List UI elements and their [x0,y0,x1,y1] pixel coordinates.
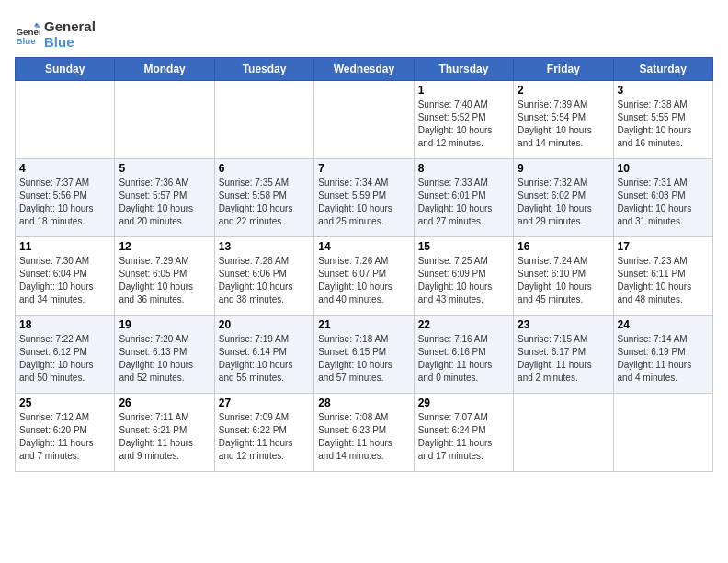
weekday-header-sunday: Sunday [16,58,115,81]
day-info: Sunrise: 7:37 AM Sunset: 5:56 PM Dayligh… [19,177,110,228]
day-info: Sunrise: 7:12 AM Sunset: 6:20 PM Dayligh… [19,411,110,463]
svg-text:Blue: Blue [16,36,36,46]
day-info: Sunrise: 7:38 AM Sunset: 5:55 PM Dayligh… [618,98,709,150]
calendar-week-2: 4Sunrise: 7:37 AM Sunset: 5:56 PM Daylig… [16,159,713,237]
day-info: Sunrise: 7:23 AM Sunset: 6:11 PM Dayligh… [618,255,709,306]
weekday-header-saturday: Saturday [613,58,712,81]
day-info: Sunrise: 7:31 AM Sunset: 6:03 PM Dayligh… [618,177,709,228]
calendar-cell: 21Sunrise: 7:18 AM Sunset: 6:15 PM Dayli… [314,316,414,394]
day-number: 20 [219,318,310,331]
day-number: 25 [19,396,110,409]
calendar-cell: 10Sunrise: 7:31 AM Sunset: 6:03 PM Dayli… [613,159,712,237]
day-number: 1 [418,84,509,97]
day-info: Sunrise: 7:22 AM Sunset: 6:12 PM Dayligh… [19,333,110,385]
calendar-cell [514,394,613,472]
day-number: 8 [418,162,509,175]
day-info: Sunrise: 7:08 AM Sunset: 6:23 PM Dayligh… [318,411,409,463]
logo-general: General [44,18,96,34]
header: General Blue General Blue [15,15,713,50]
calendar-cell: 15Sunrise: 7:25 AM Sunset: 6:09 PM Dayli… [414,237,513,316]
day-number: 27 [219,396,310,409]
calendar-cell: 9Sunrise: 7:32 AM Sunset: 6:02 PM Daylig… [514,159,613,237]
day-number: 21 [318,318,409,331]
day-number: 10 [618,162,709,175]
calendar-cell: 7Sunrise: 7:34 AM Sunset: 5:59 PM Daylig… [314,159,414,237]
day-number: 5 [119,162,210,175]
day-info: Sunrise: 7:35 AM Sunset: 5:58 PM Dayligh… [219,177,310,228]
weekday-header-monday: Monday [115,58,214,81]
day-info: Sunrise: 7:28 AM Sunset: 6:06 PM Dayligh… [219,255,310,306]
logo-icon: General Blue [15,21,40,47]
calendar-cell: 16Sunrise: 7:24 AM Sunset: 6:10 PM Dayli… [514,237,613,316]
day-number: 29 [418,396,509,409]
logo: General Blue General Blue [15,18,96,50]
weekday-header-row: SundayMondayTuesdayWednesdayThursdayFrid… [16,58,713,81]
calendar-week-1: 1Sunrise: 7:40 AM Sunset: 5:52 PM Daylig… [16,81,713,159]
day-number: 14 [318,240,409,253]
calendar-cell: 8Sunrise: 7:33 AM Sunset: 6:01 PM Daylig… [414,159,513,237]
day-info: Sunrise: 7:30 AM Sunset: 6:04 PM Dayligh… [19,255,110,306]
day-number: 22 [418,318,509,331]
calendar-cell: 25Sunrise: 7:12 AM Sunset: 6:20 PM Dayli… [16,394,115,472]
day-number: 4 [19,162,110,175]
day-info: Sunrise: 7:36 AM Sunset: 5:57 PM Dayligh… [119,177,210,228]
calendar-cell: 12Sunrise: 7:29 AM Sunset: 6:05 PM Dayli… [115,237,214,316]
logo-blue: Blue [44,34,96,50]
day-number: 15 [418,240,509,253]
day-number: 3 [618,84,709,97]
calendar-week-3: 11Sunrise: 7:30 AM Sunset: 6:04 PM Dayli… [16,237,713,316]
day-info: Sunrise: 7:25 AM Sunset: 6:09 PM Dayligh… [418,255,509,306]
day-number: 9 [518,162,609,175]
weekday-header-thursday: Thursday [414,58,513,81]
weekday-header-tuesday: Tuesday [214,58,313,81]
day-number: 18 [19,318,110,331]
day-info: Sunrise: 7:29 AM Sunset: 6:05 PM Dayligh… [119,255,210,306]
day-info: Sunrise: 7:15 AM Sunset: 6:17 PM Dayligh… [518,333,609,385]
day-number: 2 [518,84,609,97]
day-info: Sunrise: 7:39 AM Sunset: 5:54 PM Dayligh… [518,98,609,150]
day-info: Sunrise: 7:33 AM Sunset: 6:01 PM Dayligh… [418,177,509,228]
calendar-cell: 28Sunrise: 7:08 AM Sunset: 6:23 PM Dayli… [314,394,414,472]
day-number: 17 [618,240,709,253]
calendar-cell [115,81,214,159]
calendar-cell [214,81,313,159]
calendar-cell: 24Sunrise: 7:14 AM Sunset: 6:19 PM Dayli… [613,316,712,394]
calendar-cell [314,81,414,159]
day-number: 12 [119,240,210,253]
calendar-cell: 27Sunrise: 7:09 AM Sunset: 6:22 PM Dayli… [214,394,313,472]
calendar-cell: 3Sunrise: 7:38 AM Sunset: 5:55 PM Daylig… [613,81,712,159]
day-number: 16 [518,240,609,253]
calendar-week-5: 25Sunrise: 7:12 AM Sunset: 6:20 PM Dayli… [16,394,713,472]
calendar-cell: 14Sunrise: 7:26 AM Sunset: 6:07 PM Dayli… [314,237,414,316]
day-number: 7 [318,162,409,175]
day-number: 28 [318,396,409,409]
day-number: 26 [119,396,210,409]
calendar-cell: 2Sunrise: 7:39 AM Sunset: 5:54 PM Daylig… [514,81,613,159]
weekday-header-wednesday: Wednesday [314,58,414,81]
calendar-cell: 4Sunrise: 7:37 AM Sunset: 5:56 PM Daylig… [16,159,115,237]
day-info: Sunrise: 7:40 AM Sunset: 5:52 PM Dayligh… [418,98,509,150]
day-info: Sunrise: 7:34 AM Sunset: 5:59 PM Dayligh… [318,177,409,228]
day-info: Sunrise: 7:14 AM Sunset: 6:19 PM Dayligh… [618,333,709,385]
calendar-cell: 13Sunrise: 7:28 AM Sunset: 6:06 PM Dayli… [214,237,313,316]
calendar-table: SundayMondayTuesdayWednesdayThursdayFrid… [15,57,713,472]
day-info: Sunrise: 7:07 AM Sunset: 6:24 PM Dayligh… [418,411,509,463]
calendar-cell: 23Sunrise: 7:15 AM Sunset: 6:17 PM Dayli… [514,316,613,394]
day-info: Sunrise: 7:16 AM Sunset: 6:16 PM Dayligh… [418,333,509,385]
calendar-cell: 17Sunrise: 7:23 AM Sunset: 6:11 PM Dayli… [613,237,712,316]
day-number: 11 [19,240,110,253]
day-info: Sunrise: 7:19 AM Sunset: 6:14 PM Dayligh… [219,333,310,385]
day-number: 24 [618,318,709,331]
day-info: Sunrise: 7:32 AM Sunset: 6:02 PM Dayligh… [518,177,609,228]
calendar-cell: 6Sunrise: 7:35 AM Sunset: 5:58 PM Daylig… [214,159,313,237]
day-info: Sunrise: 7:24 AM Sunset: 6:10 PM Dayligh… [518,255,609,306]
calendar-cell: 19Sunrise: 7:20 AM Sunset: 6:13 PM Dayli… [115,316,214,394]
day-number: 6 [219,162,310,175]
day-info: Sunrise: 7:09 AM Sunset: 6:22 PM Dayligh… [219,411,310,463]
calendar-cell: 5Sunrise: 7:36 AM Sunset: 5:57 PM Daylig… [115,159,214,237]
calendar-week-4: 18Sunrise: 7:22 AM Sunset: 6:12 PM Dayli… [16,316,713,394]
day-number: 13 [219,240,310,253]
day-number: 23 [518,318,609,331]
calendar-cell [16,81,115,159]
weekday-header-friday: Friday [514,58,613,81]
